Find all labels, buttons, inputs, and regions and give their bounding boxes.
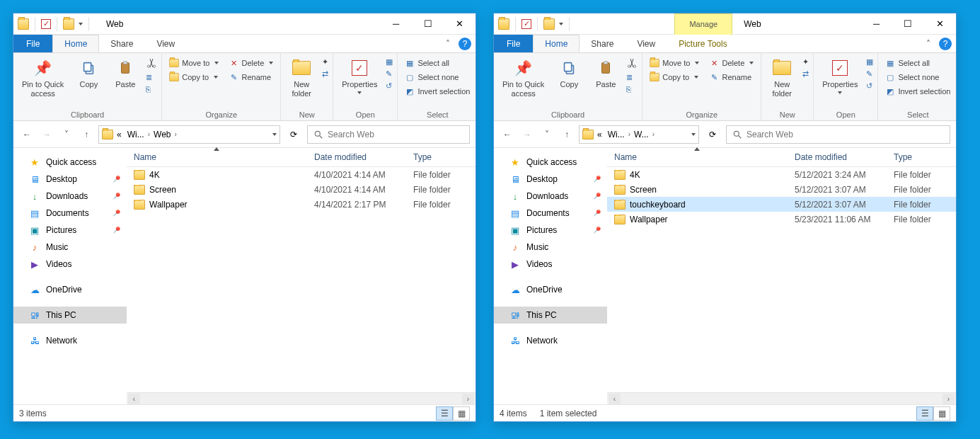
new-item-icon[interactable]: ✦: [802, 57, 809, 67]
table-row[interactable]: 4K4/10/2021 4:14 AMFile folder: [127, 167, 475, 182]
forward-button[interactable]: →: [519, 127, 535, 142]
back-button[interactable]: ←: [500, 127, 515, 142]
close-button[interactable]: ✕: [924, 13, 956, 34]
select-none-button[interactable]: ▢Select none: [402, 72, 473, 83]
close-button[interactable]: ✕: [444, 13, 475, 34]
refresh-button[interactable]: ⟳: [703, 125, 722, 144]
file-list-left[interactable]: 4K4/10/2021 4:14 AMFile folderScreen4/10…: [127, 167, 475, 392]
horizontal-scrollbar[interactable]: ‹ ›: [607, 392, 956, 404]
address-dropdown-icon[interactable]: [691, 133, 696, 136]
address-bar[interactable]: « Wi... › Web ›: [98, 125, 280, 144]
collapse-ribbon-icon[interactable]: ˄: [439, 35, 457, 52]
sidebar-item-onedrive[interactable]: ☁OneDrive: [13, 281, 127, 298]
sidebar-item-videos[interactable]: ▶Videos: [13, 256, 127, 273]
table-row[interactable]: Wallpaper5/23/2021 11:06 AMFile folder: [607, 212, 956, 227]
new-folder-button[interactable]: New folder: [285, 56, 318, 101]
sidebar-item-downloads[interactable]: ↓Downloads📍: [494, 188, 607, 205]
edit-icon[interactable]: ✎: [866, 69, 873, 79]
sidebar-item-desktop[interactable]: 🖥Desktop📍: [494, 171, 607, 188]
qat-dropdown-icon[interactable]: [79, 23, 83, 25]
select-none-button[interactable]: ▢Select none: [882, 72, 953, 83]
move-to-button[interactable]: Move to: [647, 57, 702, 69]
column-date[interactable]: Date modified: [788, 148, 887, 166]
refresh-button[interactable]: ⟳: [284, 125, 303, 144]
up-button[interactable]: ↑: [559, 127, 575, 142]
open-icon[interactable]: ▦: [386, 57, 393, 67]
sidebar-item-documents[interactable]: ▤Documents📍: [494, 205, 607, 222]
table-row[interactable]: Screen4/10/2021 4:14 AMFile folder: [127, 182, 475, 197]
delete-button[interactable]: ✕Delete: [226, 57, 276, 69]
sidebar-item-music[interactable]: ♪Music: [13, 239, 127, 256]
tab-home[interactable]: Home: [52, 35, 99, 52]
search-input[interactable]: Search Web: [726, 125, 950, 144]
context-tab-manage[interactable]: Manage: [674, 13, 732, 35]
column-type[interactable]: Type: [887, 148, 956, 166]
icons-view-button[interactable]: ▦: [453, 406, 470, 421]
breadcrumb-chevrons[interactable]: «: [595, 130, 604, 139]
rename-button[interactable]: ✎Rename: [226, 72, 276, 83]
tab-share[interactable]: Share: [99, 35, 145, 52]
tab-home[interactable]: Home: [533, 35, 580, 52]
chevron-right-icon[interactable]: ›: [148, 130, 150, 138]
collapse-ribbon-icon[interactable]: ˄: [919, 35, 938, 52]
icons-view-button[interactable]: ▦: [933, 406, 950, 421]
details-view-button[interactable]: ☰: [436, 406, 453, 421]
open-icon[interactable]: ▦: [866, 57, 873, 67]
history-icon[interactable]: ↺: [866, 81, 873, 91]
sidebar-item-pictures[interactable]: ▣Pictures📍: [494, 222, 607, 239]
history-icon[interactable]: ↺: [386, 81, 393, 91]
chevron-right-icon[interactable]: ›: [175, 130, 177, 138]
paste-button[interactable]: Paste: [109, 56, 142, 91]
sidebar-item-this-pc[interactable]: 🖳This PC: [13, 307, 127, 324]
properties-icon[interactable]: ✓: [41, 19, 51, 29]
invert-selection-button[interactable]: ◩Invert selection: [402, 86, 473, 97]
copy-to-button[interactable]: Copy to: [647, 72, 702, 83]
up-button[interactable]: ↑: [79, 127, 94, 142]
sidebar-item-pictures[interactable]: ▣Pictures📍: [13, 222, 127, 239]
sidebar-item-network[interactable]: 🖧Network: [13, 332, 127, 349]
sidebar-item-quick-access[interactable]: ★Quick access: [494, 154, 607, 171]
paste-shortcut-icon[interactable]: ⎘: [626, 85, 638, 93]
move-to-button[interactable]: Move to: [166, 57, 221, 69]
cut-icon[interactable]: [626, 57, 638, 70]
titlebar[interactable]: ✓ Manage Web ─ ☐ ✕: [494, 13, 956, 35]
sidebar-item-videos[interactable]: ▶Videos: [494, 256, 607, 273]
delete-button[interactable]: ✕Delete: [706, 57, 756, 69]
column-date[interactable]: Date modified: [307, 148, 406, 166]
properties-icon[interactable]: ✓: [521, 19, 531, 29]
column-name[interactable]: Name: [607, 148, 788, 166]
back-button[interactable]: ←: [19, 127, 35, 142]
scroll-left-icon[interactable]: ‹: [128, 394, 140, 404]
sidebar-item-quick-access[interactable]: ★Quick access: [13, 154, 127, 171]
select-all-button[interactable]: ▦Select all: [402, 57, 473, 69]
column-headers[interactable]: Name Date modified Type: [607, 148, 956, 167]
easy-access-icon[interactable]: ⇄: [322, 69, 328, 79]
tab-file[interactable]: File: [494, 35, 533, 52]
breadcrumb-chevrons[interactable]: «: [115, 130, 124, 139]
column-type[interactable]: Type: [406, 148, 475, 166]
tab-view[interactable]: View: [626, 35, 667, 52]
table-row[interactable]: touchkeyboard5/12/2021 3:07 AMFile folde…: [607, 197, 956, 212]
file-list-right[interactable]: 4K5/12/2021 3:24 AMFile folderScreen5/12…: [607, 167, 956, 392]
help-icon[interactable]: ?: [939, 38, 952, 50]
breadcrumb-item[interactable]: W...: [632, 130, 651, 139]
pin-quick-access-button[interactable]: 📌 Pin to Quick access: [498, 56, 548, 101]
breadcrumb-item[interactable]: Wi...: [606, 130, 627, 139]
pin-quick-access-button[interactable]: 📌 Pin to Quick access: [18, 56, 68, 101]
recent-dropdown-icon[interactable]: ˅: [59, 127, 74, 142]
horizontal-scrollbar[interactable]: ‹ ›: [127, 392, 475, 404]
tab-file[interactable]: File: [13, 35, 52, 52]
scroll-left-icon[interactable]: ‹: [609, 394, 621, 404]
paste-shortcut-icon[interactable]: ⎘: [146, 85, 157, 93]
address-dropdown-icon[interactable]: [272, 133, 277, 136]
breadcrumb-item[interactable]: Wi...: [125, 130, 146, 139]
table-row[interactable]: Wallpaper4/14/2021 2:17 PMFile folder: [127, 197, 475, 212]
navigation-pane[interactable]: ★Quick access 🖥Desktop📍 ↓Downloads📍 ▤Doc…: [13, 148, 127, 404]
scroll-right-icon[interactable]: ›: [462, 394, 474, 404]
scroll-right-icon[interactable]: ›: [942, 394, 955, 404]
sidebar-item-desktop[interactable]: 🖥Desktop📍: [13, 171, 127, 188]
easy-access-icon[interactable]: ⇄: [802, 69, 809, 79]
qat-dropdown-icon[interactable]: [559, 23, 563, 25]
folder-icon[interactable]: [543, 18, 555, 30]
minimize-button[interactable]: ─: [380, 13, 412, 34]
